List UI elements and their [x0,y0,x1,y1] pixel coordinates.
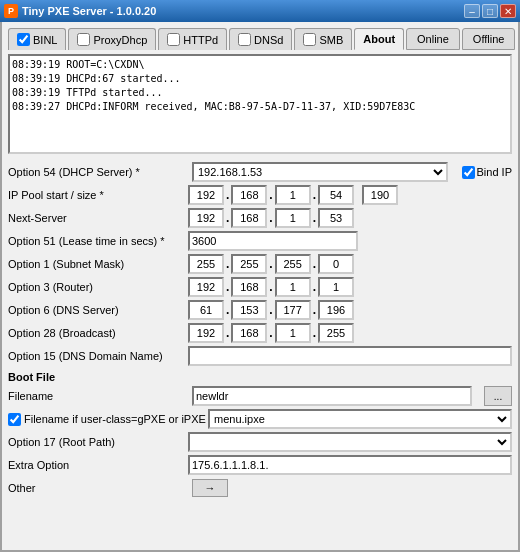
filename-if-checkbox[interactable] [8,413,21,426]
tab-right-buttons: Online Offline [406,28,515,50]
online-button[interactable]: Online [406,28,460,50]
next-server-label: Next-Server [8,212,188,224]
ip-pool-octet1[interactable] [188,185,224,205]
option51-label: Option 51 (Lease time in secs) * [8,235,188,247]
app-icon: P [4,4,18,18]
option1-octet2[interactable] [231,254,267,274]
ip-pool-octet2[interactable] [231,185,267,205]
option3-label: Option 3 (Router) [8,281,188,293]
ip-pool-label: IP Pool start / size * [8,189,188,201]
next-server-octet3[interactable] [275,208,311,228]
option1-octet4[interactable] [318,254,354,274]
filename-row: Filename ... [8,386,512,406]
option1-label: Option 1 (Subnet Mask) [8,258,188,270]
option15-row: Option 15 (DNS Domain Name) [8,346,512,366]
option3-octet3[interactable] [275,277,311,297]
next-server-octet4[interactable] [318,208,354,228]
option28-octet3[interactable] [275,323,311,343]
form-area: Option 54 (DHCP Server) * 192.168.1.53 B… [8,162,512,498]
next-server-octet2[interactable] [231,208,267,228]
next-server-row: Next-Server . . . [8,208,512,228]
log-area[interactable]: 08:39:19 ROOT=C:\CXDN\08:39:19 DHCPd:67 … [8,54,512,154]
option28-group: . . . [188,323,354,343]
tab-smb[interactable]: SMB [294,28,352,50]
ip-pool-octet4[interactable] [318,185,354,205]
option3-group: . . . [188,277,354,297]
option28-octet4[interactable] [318,323,354,343]
tab-binl[interactable]: BINL [8,28,66,50]
option17-row: Option 17 (Root Path) [8,432,512,452]
title-bar-text: P Tiny PXE Server - 1.0.0.20 [4,4,156,18]
option6-octet3[interactable] [275,300,311,320]
app-title: Tiny PXE Server - 1.0.0.20 [22,5,156,17]
tab-dnsd[interactable]: DNSd [229,28,292,50]
option15-input[interactable] [188,346,512,366]
browse-button[interactable]: ... [484,386,512,406]
ip-pool-octet3[interactable] [275,185,311,205]
extra-option-row: Extra Option [8,455,512,475]
other-row: Other → [8,478,512,498]
tab-bar: BINL ProxyDhcp HTTPd DNSd SMB About Onli… [8,28,512,50]
extra-option-label: Extra Option [8,459,188,471]
option1-group: . . . [188,254,354,274]
httpd-checkbox[interactable] [167,33,180,46]
dnsd-checkbox[interactable] [238,33,251,46]
smb-checkbox[interactable] [303,33,316,46]
main-window: BINL ProxyDhcp HTTPd DNSd SMB About Onli… [0,22,520,552]
option28-label: Option 28 (Broadcast) [8,327,188,339]
option28-row: Option 28 (Broadcast) . . . [8,323,512,343]
filename-if-select[interactable]: menu.ipxe [208,409,512,429]
filename-if-row: Filename if user-class=gPXE or iPXE menu… [8,409,512,429]
option28-octet2[interactable] [231,323,267,343]
option6-octet1[interactable] [188,300,224,320]
next-server-group: . . . [188,208,354,228]
option6-octet2[interactable] [231,300,267,320]
option17-label: Option 17 (Root Path) [8,436,188,448]
minimize-button[interactable]: – [464,4,480,18]
next-server-octet1[interactable] [188,208,224,228]
tab-about[interactable]: About [354,28,404,50]
option6-label: Option 6 (DNS Server) [8,304,188,316]
option54-row: Option 54 (DHCP Server) * 192.168.1.53 B… [8,162,512,182]
ip-pool-group: . . . [188,185,398,205]
other-label: Other [8,482,188,494]
binl-checkbox[interactable] [17,33,30,46]
extra-option-input[interactable] [188,455,512,475]
tab-proxydhcp[interactable]: ProxyDhcp [68,28,156,50]
bind-ip-checkbox[interactable] [462,166,475,179]
bind-ip-label: Bind IP [462,166,512,179]
filename-label: Filename [8,390,188,402]
option28-octet1[interactable] [188,323,224,343]
option1-octet3[interactable] [275,254,311,274]
proxydhcp-checkbox[interactable] [77,33,90,46]
option3-octet1[interactable] [188,277,224,297]
close-button[interactable]: ✕ [500,4,516,18]
ip-pool-size[interactable] [362,185,398,205]
filename-if-check-label[interactable]: Filename if user-class=gPXE or iPXE [8,413,208,426]
option6-row: Option 6 (DNS Server) . . . [8,300,512,320]
option54-label: Option 54 (DHCP Server) * [8,166,188,178]
option17-select[interactable] [188,432,512,452]
boot-file-header: Boot File [8,371,512,383]
filename-input[interactable] [192,386,472,406]
maximize-button[interactable]: □ [482,4,498,18]
option6-group: . . . [188,300,354,320]
option51-input[interactable] [188,231,358,251]
option3-row: Option 3 (Router) . . . [8,277,512,297]
option6-octet4[interactable] [318,300,354,320]
option54-select[interactable]: 192.168.1.53 [192,162,448,182]
option51-row: Option 51 (Lease time in secs) * [8,231,512,251]
ip-pool-row: IP Pool start / size * . . . [8,185,512,205]
option3-octet2[interactable] [231,277,267,297]
offline-button[interactable]: Offline [462,28,516,50]
other-button[interactable]: → [192,479,228,497]
tab-httpd[interactable]: HTTPd [158,28,227,50]
option3-octet4[interactable] [318,277,354,297]
option15-label: Option 15 (DNS Domain Name) [8,350,188,362]
option1-octet1[interactable] [188,254,224,274]
option1-row: Option 1 (Subnet Mask) . . . [8,254,512,274]
title-bar: P Tiny PXE Server - 1.0.0.20 – □ ✕ [0,0,520,22]
title-buttons: – □ ✕ [464,4,516,18]
